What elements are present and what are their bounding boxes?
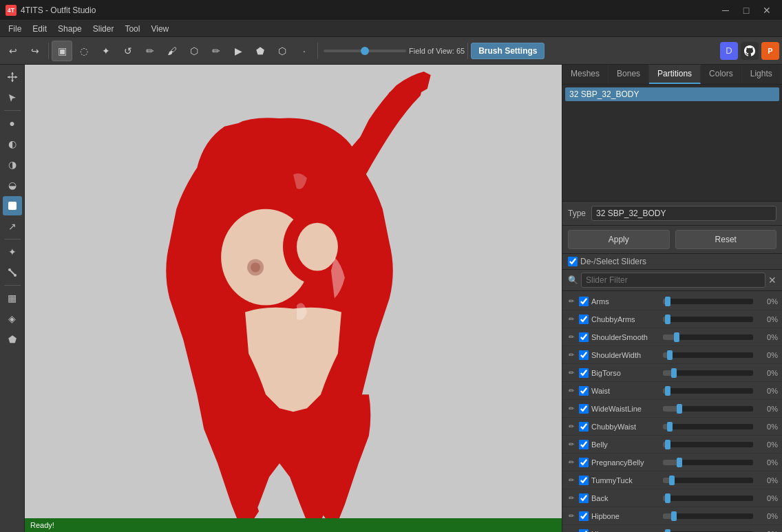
slider-check-4[interactable]: [579, 368, 589, 378]
meshes-list[interactable]: 32 SBP_32_BODY: [562, 85, 782, 202]
slider-check-9[interactable]: [579, 458, 589, 467]
left-tool-bone[interactable]: [3, 263, 22, 282]
mesh-item-body[interactable]: 32 SBP_32_BODY: [565, 87, 779, 101]
slider-pencil-0[interactable]: ✏: [567, 297, 576, 306]
slider-pencil-9[interactable]: ✏: [567, 458, 576, 467]
slider-pencil-2[interactable]: ✏: [567, 332, 576, 342]
slider-track-5[interactable]: [663, 388, 753, 394]
slider-check-12[interactable]: [579, 511, 589, 521]
tab-lights[interactable]: Lights: [742, 65, 781, 84]
left-tool-sphere[interactable]: ●: [3, 114, 22, 133]
reset-button[interactable]: Reset: [675, 230, 777, 249]
menu-tool[interactable]: Tool: [119, 23, 145, 35]
slider-pencil-12[interactable]: ✏: [567, 511, 576, 521]
left-tool-halfsphere[interactable]: ◐: [3, 134, 22, 153]
tab-bones[interactable]: Bones: [609, 65, 649, 84]
slider-pencil-8[interactable]: ✏: [567, 440, 576, 449]
type-select[interactable]: 32 SBP_32_BODY: [591, 206, 776, 221]
slider-track-4[interactable]: [663, 370, 753, 376]
slider-pencil-13[interactable]: ✏: [567, 529, 576, 533]
tab-partitions[interactable]: Partitions: [649, 65, 701, 84]
filter-clear-button[interactable]: ✕: [768, 275, 776, 286]
menu-slider[interactable]: Slider: [87, 23, 120, 35]
slider-check-3[interactable]: [579, 350, 589, 360]
slider-pencil-3[interactable]: ✏: [567, 350, 576, 360]
slider-check-8[interactable]: [579, 440, 589, 449]
slider-track-7[interactable]: [663, 424, 753, 429]
github-icon[interactable]: [741, 42, 759, 60]
tool-collapse[interactable]: ⬡: [272, 41, 293, 61]
discord-icon[interactable]: D: [720, 42, 738, 60]
slider-check-0[interactable]: [579, 297, 589, 306]
slider-check-10[interactable]: [579, 476, 589, 485]
tool-pencil[interactable]: ✏: [140, 41, 160, 61]
slider-pencil-5[interactable]: ✏: [567, 386, 576, 396]
menu-shape[interactable]: Shape: [52, 23, 87, 35]
tab-colors[interactable]: Colors: [701, 65, 742, 84]
slider-row: ✏ Hips 0%: [562, 525, 782, 532]
slider-pencil-1[interactable]: ✏: [567, 315, 576, 324]
fov-slider[interactable]: [324, 50, 406, 52]
fov-label: Field of View: 65: [409, 47, 465, 55]
svg-rect-6: [8, 202, 17, 210]
tool-dot[interactable]: ·: [294, 41, 315, 61]
slider-track-2[interactable]: [663, 334, 753, 340]
tool-circle[interactable]: ◌: [74, 41, 94, 61]
left-tool-cursor[interactable]: [3, 88, 22, 107]
slider-track-12[interactable]: [663, 513, 753, 519]
slider-check-2[interactable]: [579, 332, 589, 342]
slider-filter-input[interactable]: [581, 273, 765, 288]
maximize-button[interactable]: □: [737, 3, 756, 18]
menu-edit[interactable]: Edit: [27, 23, 52, 35]
slider-track-10[interactable]: [663, 478, 753, 483]
tool-mask[interactable]: ⬟: [250, 41, 271, 61]
tool-select[interactable]: ↩: [3, 41, 23, 61]
slider-check-5[interactable]: [579, 386, 589, 396]
slider-pencil-6[interactable]: ✏: [567, 404, 576, 414]
slider-pencil-10[interactable]: ✏: [567, 476, 576, 485]
slider-track-8[interactable]: [663, 442, 753, 447]
slider-check-11[interactable]: [579, 493, 589, 503]
slider-track-6[interactable]: [663, 406, 753, 412]
close-button[interactable]: ✕: [757, 3, 776, 18]
tool-transform[interactable]: ✦: [96, 41, 116, 61]
left-tool-smooth-brush[interactable]: ◒: [3, 175, 22, 195]
left-tool-inflate-brush[interactable]: ↗: [3, 217, 22, 236]
left-tool-diamond[interactable]: ⬟: [3, 330, 22, 349]
menu-view[interactable]: View: [145, 23, 174, 35]
window-controls[interactable]: ─ □ ✕: [716, 3, 776, 18]
slider-check-6[interactable]: [579, 404, 589, 414]
tool-redo[interactable]: ↪: [25, 41, 45, 61]
patreon-icon[interactable]: P: [761, 42, 779, 60]
slider-track-11[interactable]: [663, 496, 753, 501]
deselect-checkbox[interactable]: [568, 257, 578, 266]
left-tool-grid[interactable]: ▦: [3, 288, 22, 308]
slider-pencil-7[interactable]: ✏: [567, 422, 576, 432]
menu-file[interactable]: File: [3, 23, 27, 35]
slider-track-0[interactable]: [663, 299, 753, 304]
tab-meshes[interactable]: Meshes: [562, 65, 609, 84]
slider-pencil-11[interactable]: ✏: [567, 493, 576, 503]
apply-button[interactable]: Apply: [568, 230, 670, 249]
canvas-area[interactable]: Ready!: [25, 65, 562, 532]
slider-track-9[interactable]: [663, 460, 753, 465]
minimize-button[interactable]: ─: [716, 3, 735, 18]
tool-inflate[interactable]: ⬡: [184, 41, 204, 61]
slider-track-1[interactable]: [663, 317, 753, 322]
left-tool-mask-brush[interactable]: [3, 196, 22, 215]
tool-rectangle[interactable]: ▣: [52, 41, 72, 61]
left-tool-paint[interactable]: ◑: [3, 155, 22, 174]
slider-check-1[interactable]: [579, 315, 589, 324]
tool-brush[interactable]: 🖌: [162, 41, 182, 61]
brush-settings-button[interactable]: Brush Settings: [471, 43, 545, 59]
slider-track-3[interactable]: [663, 352, 753, 358]
tool-move[interactable]: ▶: [228, 41, 249, 61]
slider-check-13[interactable]: [579, 529, 589, 533]
left-tool-transform[interactable]: [3, 67, 22, 87]
left-tool-weights[interactable]: ✦: [3, 242, 22, 262]
tool-smooth[interactable]: ✏: [206, 41, 226, 61]
slider-check-7[interactable]: [579, 422, 589, 432]
tool-rotate[interactable]: ↺: [118, 41, 138, 61]
slider-pencil-4[interactable]: ✏: [567, 368, 576, 378]
left-tool-crosshair[interactable]: ◈: [3, 309, 22, 328]
